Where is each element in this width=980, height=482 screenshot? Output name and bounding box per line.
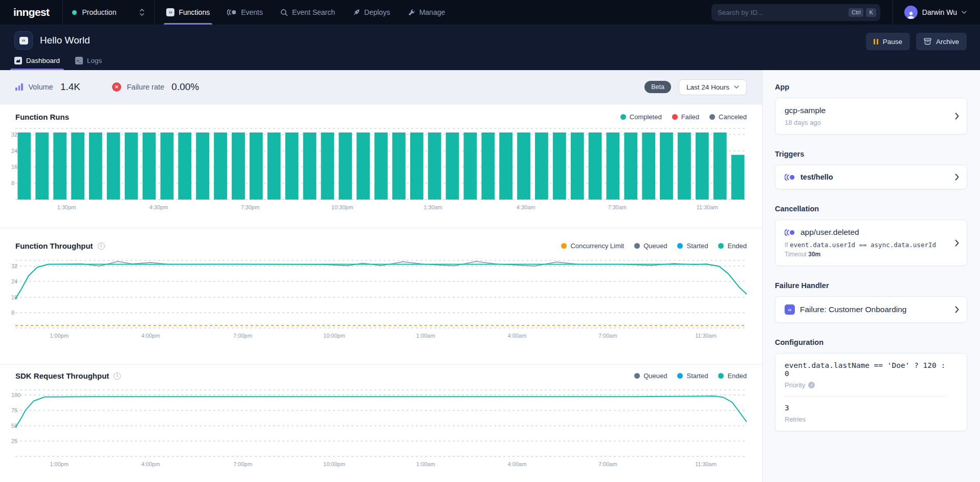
nav-item-event-search[interactable]: Event Search [272, 0, 344, 25]
pause-button[interactable]: Pause [866, 33, 910, 50]
archive-button[interactable]: Archive [916, 33, 967, 50]
function-throughput-chart: 8162432 1:00pm4:00pm7:00pm10:00pm1:00am4… [15, 260, 747, 340]
cancellation-condition: event.data.userId == async.data.userId [790, 241, 936, 249]
priority-label: Priority [785, 381, 805, 389]
bar [303, 133, 317, 200]
if-label: If [785, 242, 788, 249]
legend-dot [709, 114, 715, 120]
logs-icon: >_ [75, 57, 83, 64]
stat-label: Failure rate [127, 83, 164, 91]
nav-item-label: Event Search [292, 8, 335, 16]
bar [714, 133, 727, 200]
bar [607, 133, 620, 200]
chevron-right-icon [955, 239, 959, 247]
bar [642, 133, 655, 200]
user-menu[interactable]: Darwin Wu [893, 6, 980, 19]
x-axis-tick: 4:30pm [149, 204, 168, 210]
nav-items: ‹› Functions Events Event Search Deploys… [158, 0, 454, 25]
priority-expression: event.data.lastName == 'Doe' ? 120 : 0 [785, 361, 946, 378]
chevron-right-icon [955, 173, 959, 181]
search-input[interactable] [718, 9, 847, 16]
legend-item: Completed [620, 113, 662, 121]
legend-item: Started [677, 372, 708, 380]
tab-dashboard[interactable]: Dashboard [14, 57, 60, 70]
chevron-updown-icon [139, 8, 145, 17]
rocket-icon [352, 9, 360, 16]
bar [589, 133, 602, 200]
info-icon[interactable]: i [98, 243, 105, 250]
nav-item-label: Functions [179, 8, 210, 16]
stat-value: 0.00% [171, 81, 199, 93]
nav-item-label: Deploys [364, 8, 390, 16]
x-axis-tick: 10:00pm [323, 333, 345, 339]
key-k: K [866, 8, 876, 17]
time-range-dropdown[interactable]: Last 24 Hours [679, 79, 747, 95]
bar [143, 133, 156, 200]
section-heading: App [775, 83, 967, 91]
bar [35, 133, 49, 200]
header-tabs: Dashboard >_ Logs [14, 57, 102, 70]
info-icon[interactable]: i [808, 382, 815, 388]
nav-item-events[interactable]: Events [218, 0, 272, 25]
configuration-section: Configuration event.data.lastName == 'Do… [775, 338, 967, 431]
function-header: ‹› Hello World Pause Archive Dashboard >… [0, 25, 980, 70]
search-icon [280, 9, 288, 16]
trigger-card[interactable]: test/hello [775, 165, 967, 189]
bar [696, 133, 709, 200]
legend-item: Started [677, 242, 708, 250]
function-runs-chart: 8162432 1:30pm4:30pm7:30pm10:30pm1:30am4… [15, 128, 747, 212]
nav-item-deploys[interactable]: Deploys [344, 0, 399, 25]
legend-dot [677, 243, 683, 249]
failure-handler-section: Failure Handler ‹› Failure: Customer Onb… [775, 281, 967, 323]
bar [392, 133, 406, 200]
environment-switcher[interactable]: Production [63, 8, 154, 17]
chart-canvas [15, 260, 747, 328]
failure-handler-name: Failure: Customer Onboarding [800, 305, 907, 314]
bar [107, 133, 120, 200]
bar [250, 133, 263, 200]
beta-badge: Beta [644, 81, 671, 93]
x-axis-tick: 11:30am [695, 461, 717, 467]
section-heading: Configuration [775, 338, 967, 346]
bar [53, 133, 66, 200]
bar [268, 133, 281, 200]
bar [428, 133, 441, 200]
x-axis-tick: 11:30am [697, 204, 718, 210]
stat-volume: Volume 1.4K [15, 81, 80, 93]
stat-value: 1.4K [60, 81, 80, 93]
bar [125, 133, 138, 200]
tab-logs[interactable]: >_ Logs [75, 57, 102, 70]
details-sidebar: App gcp-sample 18 days ago Triggers test… [762, 70, 980, 482]
failure-icon: ✕ [112, 82, 121, 92]
user-icon [906, 10, 916, 19]
function-runs-section: Function Runs CompletedFailedCanceled 81… [0, 104, 762, 228]
bar [499, 133, 513, 200]
app-card[interactable]: gcp-sample 18 days ago [775, 98, 967, 135]
chart-title: Function Throughput [15, 242, 93, 250]
x-axis-tick: 7:00am [598, 333, 617, 339]
chart-canvas [15, 390, 747, 456]
nav-item-manage[interactable]: Manage [399, 0, 454, 25]
search-box[interactable]: Ctrl K [711, 4, 880, 21]
cancellation-card[interactable]: app/user.deleted If event.data.userId ==… [775, 220, 967, 266]
bar [481, 133, 495, 200]
x-axis-tick: 10:30pm [331, 204, 353, 210]
function-icon: ‹› [14, 31, 33, 50]
failure-handler-card[interactable]: ‹› Failure: Customer Onboarding [775, 296, 967, 323]
info-icon[interactable]: i [114, 373, 121, 380]
divider [785, 396, 946, 397]
chart-canvas [15, 128, 747, 200]
legend-item: Failed [672, 113, 699, 121]
legend-label: Started [686, 372, 708, 380]
chart-legend: Concurrency LimitQueuedStartedEnded [561, 242, 747, 250]
legend-dot [634, 373, 640, 379]
nav-item-label: Events [241, 8, 263, 16]
page: inngest Production ‹› Functions Events E… [0, 0, 980, 482]
legend-dot [677, 373, 683, 379]
bar [553, 133, 566, 200]
nav-item-functions[interactable]: ‹› Functions [158, 0, 218, 25]
legend-item: Ended [718, 372, 747, 380]
chevron-right-icon [955, 306, 959, 313]
top-nav: inngest Production ‹› Functions Events E… [0, 0, 980, 25]
legend-dot [561, 243, 567, 249]
